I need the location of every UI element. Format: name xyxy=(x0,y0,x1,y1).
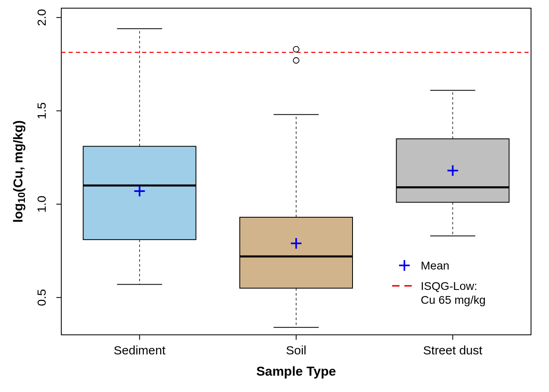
chart-container: 0.51.01.52.0log10(Cu, mg/kg)SedimentSoil… xyxy=(0,0,549,392)
svg-rect-12 xyxy=(240,217,353,288)
boxplot-chart: 0.51.01.52.0log10(Cu, mg/kg)SedimentSoil… xyxy=(0,0,549,392)
x-tick-label: Soil xyxy=(286,343,306,357)
y-tick-label: 0.5 xyxy=(35,289,48,306)
legend-ref-label: ISQG-Low: xyxy=(421,280,477,292)
y-tick-label: 1.5 xyxy=(35,102,48,120)
legend-mean-label: Mean xyxy=(421,259,449,272)
x-axis-title: Sample Type xyxy=(256,364,336,379)
y-axis-title: log10(Cu, mg/kg) xyxy=(11,120,27,223)
y-tick-label: 1.0 xyxy=(35,196,48,213)
x-tick-label: Sediment xyxy=(114,343,165,357)
x-tick-label: Street dust xyxy=(423,343,483,357)
y-tick-label: 2.0 xyxy=(35,9,48,26)
legend-ref-label: Cu 65 mg/kg xyxy=(421,294,486,306)
